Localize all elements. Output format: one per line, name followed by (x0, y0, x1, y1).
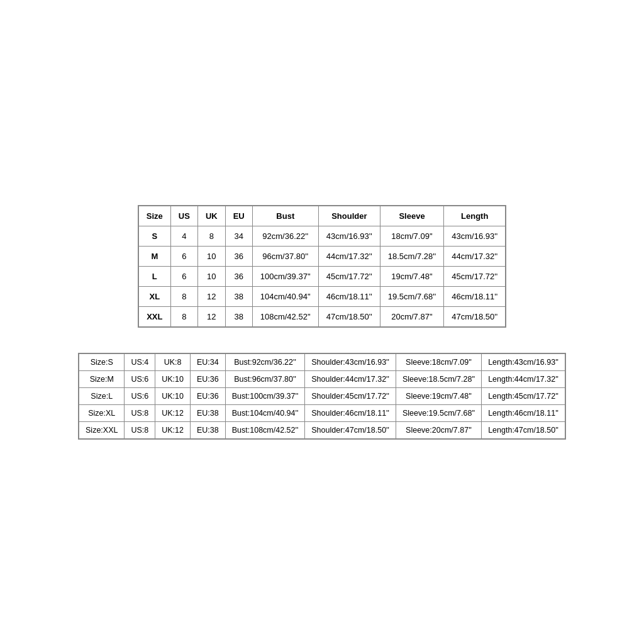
table-cell: 12 (197, 286, 225, 306)
table-cell: 6 (170, 246, 197, 266)
table-cell: 104cm/40.94'' (252, 286, 318, 306)
table-cell: XXL (138, 306, 170, 326)
table-row: M6103696cm/37.80''44cm/17.32''18.5cm/7.2… (138, 246, 505, 266)
table-cell: 19cm/7.48'' (380, 266, 444, 286)
table-cell: 34 (225, 226, 252, 246)
table-cell: Size:S (79, 353, 125, 370)
table-cell: 96cm/37.80'' (252, 246, 318, 266)
table-cell: EU:34 (191, 353, 226, 370)
table-cell: EU:36 (191, 370, 226, 387)
table-row: Size:XXLUS:8UK:12EU:38Bust:108cm/42.52''… (79, 421, 565, 438)
size-chart-table2: Size:SUS:4UK:8EU:34Bust:92cm/36.22''Shou… (78, 353, 566, 440)
table-cell: Shoulder:44cm/17.32'' (305, 370, 396, 387)
table-row: Size:SUS:4UK:8EU:34Bust:92cm/36.22''Shou… (79, 353, 565, 370)
table-cell: 45cm/17.72'' (444, 266, 506, 286)
table-cell: Shoulder:45cm/17.72'' (305, 387, 396, 404)
table-cell: Length:46cm/18.11'' (482, 404, 565, 421)
table-cell: 44cm/17.32'' (444, 246, 506, 266)
column-header: Size (138, 206, 170, 226)
table-cell: UK:10 (155, 370, 191, 387)
table-cell: US:6 (125, 387, 155, 404)
table-cell: Sleeve:20cm/7.87'' (396, 421, 481, 438)
table-cell: 38 (225, 286, 252, 306)
table-cell: 43cm/16.93'' (444, 226, 506, 246)
table-cell: 10 (197, 246, 225, 266)
table-cell: 8 (197, 226, 225, 246)
table-cell: Length:47cm/18.50'' (482, 421, 565, 438)
table-cell: Bust:100cm/39.37'' (225, 387, 305, 404)
table-cell: 92cm/36.22'' (252, 226, 318, 246)
table-cell: 18.5cm/7.28'' (380, 246, 444, 266)
table-cell: L (138, 266, 170, 286)
column-header: Bust (252, 206, 318, 226)
table-cell: UK:10 (155, 387, 191, 404)
table-row: S483492cm/36.22''43cm/16.93''18cm/7.09''… (138, 226, 505, 246)
table-cell: US:8 (125, 421, 155, 438)
table-cell: UK:8 (155, 353, 191, 370)
table-row: Size:LUS:6UK:10EU:36Bust:100cm/39.37''Sh… (79, 387, 565, 404)
table-cell: 45cm/17.72'' (318, 266, 380, 286)
table-cell: UK:12 (155, 404, 191, 421)
table-cell: 46cm/18.11'' (444, 286, 506, 306)
table-cell: 6 (170, 266, 197, 286)
table-cell: 46cm/18.11'' (318, 286, 380, 306)
column-header: Shoulder (318, 206, 380, 226)
size-chart-table1: SizeUSUKEUBustShoulderSleeveLength S4834… (138, 205, 506, 328)
table-cell: 20cm/7.87'' (380, 306, 444, 326)
table-cell: Bust:92cm/36.22'' (225, 353, 305, 370)
table-cell: Bust:108cm/42.52'' (225, 421, 305, 438)
column-header: UK (197, 206, 225, 226)
table-cell: 108cm/42.52'' (252, 306, 318, 326)
table-cell: Sleeve:18cm/7.09'' (396, 353, 481, 370)
table-row: XL81238104cm/40.94''46cm/18.11''19.5cm/7… (138, 286, 505, 306)
column-header: Length (444, 206, 506, 226)
table-cell: 12 (197, 306, 225, 326)
table-cell: Size:XL (79, 404, 125, 421)
table-cell: 36 (225, 266, 252, 286)
table-cell: 47cm/18.50'' (444, 306, 506, 326)
column-header: EU (225, 206, 252, 226)
table-cell: Bust:96cm/37.80'' (225, 370, 305, 387)
table-cell: US:6 (125, 370, 155, 387)
table-cell: Sleeve:19.5cm/7.68'' (396, 404, 481, 421)
table-cell: EU:38 (191, 404, 226, 421)
table-cell: XL (138, 286, 170, 306)
table-row: XXL81238108cm/42.52''47cm/18.50''20cm/7.… (138, 306, 505, 326)
table-cell: Shoulder:46cm/18.11'' (305, 404, 396, 421)
table-cell: Bust:104cm/40.94'' (225, 404, 305, 421)
table-cell: Shoulder:47cm/18.50'' (305, 421, 396, 438)
table-cell: Size:M (79, 370, 125, 387)
table-cell: EU:36 (191, 387, 226, 404)
table-row: Size:XLUS:8UK:12EU:38Bust:104cm/40.94''S… (79, 404, 565, 421)
table-cell: 19.5cm/7.68'' (380, 286, 444, 306)
table-cell: 44cm/17.32'' (318, 246, 380, 266)
table-cell: US:4 (125, 353, 155, 370)
table-cell: M (138, 246, 170, 266)
table-cell: Length:44cm/17.32'' (482, 370, 565, 387)
table-cell: S (138, 226, 170, 246)
table-row: L61036100cm/39.37''45cm/17.72''19cm/7.48… (138, 266, 505, 286)
table-cell: Length:43cm/16.93'' (482, 353, 565, 370)
table-cell: Shoulder:43cm/16.93'' (305, 353, 396, 370)
table-cell: 4 (170, 226, 197, 246)
table-cell: 36 (225, 246, 252, 266)
table-cell: 47cm/18.50'' (318, 306, 380, 326)
table-cell: 43cm/16.93'' (318, 226, 380, 246)
table-cell: Size:XXL (79, 421, 125, 438)
table-cell: US:8 (125, 404, 155, 421)
table-cell: Size:L (79, 387, 125, 404)
table-cell: 38 (225, 306, 252, 326)
table-cell: Sleeve:18.5cm/7.28'' (396, 370, 481, 387)
column-header: Sleeve (380, 206, 444, 226)
table-cell: 100cm/39.37'' (252, 266, 318, 286)
table-cell: Sleeve:19cm/7.48'' (396, 387, 481, 404)
column-header: US (170, 206, 197, 226)
table-cell: EU:38 (191, 421, 226, 438)
table-cell: Length:45cm/17.72'' (482, 387, 565, 404)
table-cell: 18cm/7.09'' (380, 226, 444, 246)
table-cell: 10 (197, 266, 225, 286)
table-cell: UK:12 (155, 421, 191, 438)
table-cell: 8 (170, 286, 197, 306)
table-row: Size:MUS:6UK:10EU:36Bust:96cm/37.80''Sho… (79, 370, 565, 387)
table-cell: 8 (170, 306, 197, 326)
